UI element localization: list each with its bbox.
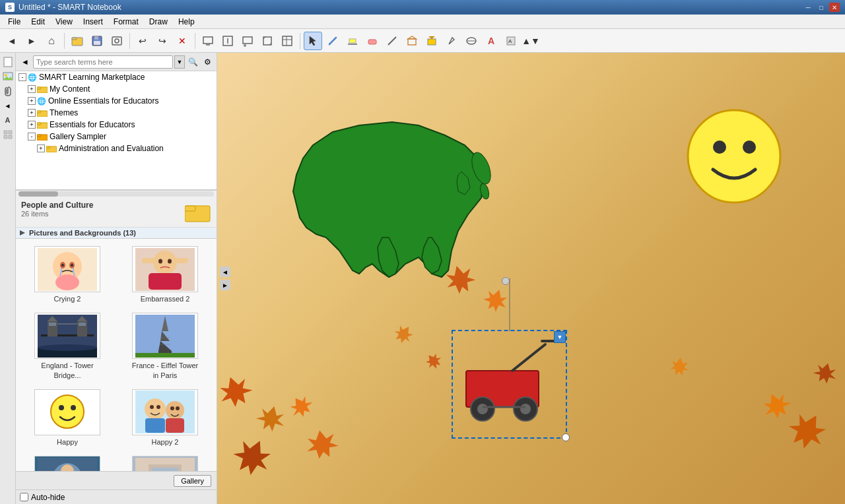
window-title: Untitled * - SMART Notebook — [18, 3, 121, 12]
gallery-thumb-embarrassed2 — [132, 246, 198, 292]
tree-item-essentials[interactable]: + Essentials for Educators — [16, 119, 217, 131]
wagon-container[interactable]: ▼ — [452, 330, 567, 439]
menu-help[interactable]: Help — [173, 16, 200, 28]
gallery-item-partial1[interactable] — [20, 453, 115, 471]
gallery-panel: ◄ ▼ 🔍 ⚙ - 🌐 SMART Learning Marketplace +… — [16, 53, 217, 504]
gallery-item-france[interactable]: France - Eiffel Tower in Paris — [118, 309, 213, 383]
smiley-face[interactable] — [687, 109, 782, 205]
forward-button[interactable]: ► — [22, 32, 41, 50]
search-dropdown[interactable]: ▼ — [174, 55, 185, 69]
fill-tool[interactable] — [422, 32, 441, 50]
search-back-button[interactable]: ◄ — [18, 55, 32, 69]
pen-tool[interactable] — [323, 32, 342, 50]
search-input[interactable] — [33, 55, 173, 69]
save-button[interactable] — [88, 32, 106, 50]
back-button[interactable]: ◄ — [3, 32, 21, 50]
tree-item-smart-learning[interactable]: - 🌐 SMART Learning Marketplace — [16, 71, 217, 83]
tree-expand-my-content[interactable]: + — [28, 85, 36, 93]
slide-next-button[interactable]: ► — [220, 280, 230, 290]
tree-item-my-content[interactable]: + My Content — [16, 83, 217, 95]
resize-tool[interactable] — [258, 32, 277, 50]
tree-item-themes[interactable]: + Themes — [16, 107, 217, 119]
svg-text:A: A — [508, 38, 512, 44]
wagon-handle-line — [509, 278, 510, 331]
gallery-item-happy2[interactable]: Happy 2 — [118, 386, 213, 450]
clip-icon[interactable] — [1, 84, 15, 98]
home-button[interactable]: ⌂ — [42, 32, 61, 50]
menu-file[interactable]: File — [3, 16, 26, 28]
maximize-button[interactable]: □ — [816, 3, 827, 12]
autohide-bar: Auto-hide — [16, 489, 217, 504]
svg-rect-3 — [94, 36, 98, 40]
tree-expand-themes[interactable]: + — [28, 109, 36, 117]
shapes-tool[interactable] — [403, 32, 421, 50]
delete-button[interactable]: ✕ — [173, 32, 191, 50]
tree-item-gallery-sampler[interactable]: - Gallery Sampler — [16, 131, 217, 142]
tree-expand-smart[interactable]: - — [18, 73, 26, 81]
pen-tool-2[interactable] — [442, 32, 461, 50]
screenshot-button[interactable] — [108, 32, 126, 50]
tree-expand-essentials[interactable]: + — [28, 121, 36, 129]
gallery-label-happy: Happy — [57, 437, 78, 447]
table-tool[interactable] — [278, 32, 296, 50]
subcategory-bar[interactable]: Pictures and Backgrounds (13) — [16, 228, 217, 239]
svg-point-98 — [170, 406, 174, 410]
svg-rect-38 — [4, 131, 7, 134]
magic-tool[interactable] — [462, 32, 481, 50]
tree-expand-online[interactable]: + — [28, 97, 36, 105]
tree-expand-gallery[interactable]: - — [28, 133, 36, 141]
minimize-button[interactable]: ─ — [803, 3, 813, 12]
arrow-left-icon[interactable]: ◄ — [1, 99, 15, 112]
svg-rect-49 — [37, 135, 41, 137]
svg-point-96 — [150, 405, 154, 409]
close-button[interactable]: ✕ — [829, 3, 840, 12]
gallery-item-england[interactable]: England - Tower Bridge... — [20, 309, 115, 383]
wagon-resize-handle[interactable] — [562, 433, 570, 441]
select-tool[interactable] — [304, 32, 322, 50]
undo-button[interactable]: ↩ — [133, 32, 152, 50]
globe-icon-online: 🌐 — [37, 97, 46, 106]
subcategory-expand[interactable] — [18, 229, 26, 237]
redo-button[interactable]: ↪ — [153, 32, 172, 50]
gallery-content[interactable]: People and Culture 26 items Pictures and… — [16, 197, 217, 471]
screen-tool-3[interactable] — [238, 32, 257, 50]
menu-format[interactable]: Format — [108, 16, 144, 28]
image-icon[interactable] — [1, 70, 15, 83]
svg-point-92 — [71, 405, 76, 410]
autohide-checkbox[interactable] — [20, 493, 28, 501]
tree-item-admin[interactable]: + Administration and Evaluation — [16, 142, 217, 154]
wagon-menu-button[interactable]: ▼ — [554, 331, 566, 343]
menu-insert[interactable]: Insert — [78, 16, 108, 28]
tree-hscrollbar[interactable] — [16, 190, 217, 197]
menu-edit[interactable]: Edit — [26, 16, 50, 28]
search-settings-button[interactable]: ⚙ — [201, 55, 214, 69]
svg-point-63 — [153, 251, 177, 274]
page-icon[interactable] — [1, 55, 15, 69]
highlight-tool[interactable] — [343, 32, 362, 50]
menu-draw[interactable]: Draw — [144, 16, 173, 28]
tree-item-online[interactable]: + 🌐 Online Essentials for Educators — [16, 95, 217, 107]
slide-prev-button[interactable]: ◄ — [220, 267, 230, 277]
tree-expand-admin[interactable]: + — [37, 144, 45, 152]
gallery-item-embarrassed2[interactable]: Embarrassed 2 — [118, 243, 213, 307]
open-button[interactable] — [68, 32, 86, 50]
menu-view[interactable]: View — [50, 16, 78, 28]
grid-icon[interactable] — [1, 128, 15, 141]
screen-tool-2[interactable] — [219, 32, 237, 50]
text-tool-2[interactable]: A — [502, 32, 520, 50]
screen-tool-1[interactable] — [199, 32, 217, 50]
up-down-tool[interactable]: ▲▼ — [522, 32, 540, 50]
text-tool[interactable]: A — [482, 32, 500, 50]
gallery-item-crying2[interactable]: Crying 2 — [20, 243, 115, 307]
canvas-area[interactable]: ▼ ◄ ► — [217, 53, 845, 504]
gallery-item-partial2[interactable] — [118, 453, 213, 471]
line-tool[interactable] — [383, 32, 401, 50]
asia-map[interactable] — [273, 106, 498, 317]
window-controls: ─ □ ✕ — [803, 3, 840, 12]
gallery-item-happy[interactable]: Happy — [20, 386, 115, 450]
eraser-tool[interactable] — [363, 32, 382, 50]
gallery-button[interactable]: Gallery — [174, 475, 211, 487]
text-icon[interactable]: A — [1, 113, 15, 127]
search-button[interactable]: 🔍 — [186, 55, 199, 69]
svg-rect-22 — [349, 39, 356, 43]
